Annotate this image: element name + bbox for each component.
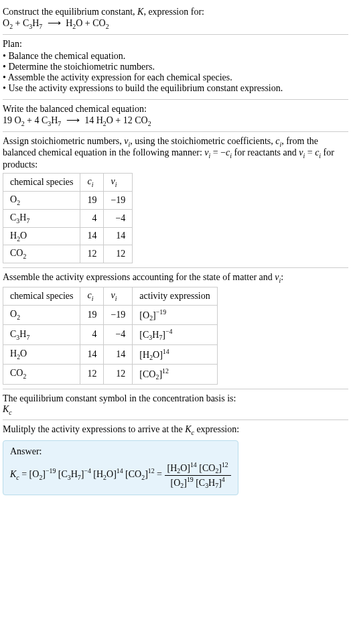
cell-c: 19 [80,305,104,324]
intro-line1b: , expression for: [143,7,204,17]
bal-14h: 14 H [84,115,103,125]
activity-text: Assemble the activity expressions accoun… [3,272,283,282]
answer-box: Answer: Kc = [O2]−19 [C3H7]−4 [H2O]14 [C… [3,440,238,495]
table-row: CO2 12 12 [3,245,133,263]
cell-species: O2 [3,305,80,324]
arrow-icon: ⟶ [45,18,64,28]
plan-section: Plan: Balance the chemical equation. Det… [3,35,348,100]
intro-rhs-o: O + CO [76,18,105,28]
cell-nu: −4 [104,325,133,344]
intro-o2: O [3,18,9,28]
kc-symbol-section: The equilibrium constant symbol in the c… [3,389,348,421]
plan-item: Assemble the activity expression for eac… [3,72,348,83]
intro-k: K [137,7,143,17]
bal-co2-sub: 2 [148,120,151,127]
cell-species: H2O [3,344,80,364]
intro-equation: O2 + C3H7 ⟶ H2O + CO2 [3,18,109,28]
bal-plus4: + 4 C [25,115,48,125]
cell-activity: [O2]−19 [133,305,217,324]
activity-section: Assemble the activity expressions accoun… [3,268,348,389]
activity-table: chemical species ci νi activity expressi… [3,287,218,385]
cell-species: O2 [3,191,80,209]
multiply-section: Mulitply the activity expressions to arr… [3,420,348,499]
col-c: ci [80,287,104,305]
cell-species: CO2 [3,245,80,263]
stoich-t4: for reactants and [232,147,299,157]
balanced-section: Write the balanced chemical equation: 19… [3,100,348,132]
stoich-t1: Assign stoichiometric numbers, [3,136,124,146]
plan-item: Determine the stoichiometric numbers. [3,62,348,72]
plan-title: Plan: [3,39,22,49]
kc-text: The equilibrium constant symbol in the c… [3,393,236,403]
cell-activity: [C3H7]−4 [133,325,217,344]
answer-fraction: [H2O]14 [CO2]12 [O2]19 [C3H7]4 [165,461,231,489]
plan-item: Use the activity expressions to build th… [3,83,348,94]
table-row: C3H7 4 −4 [3,209,133,227]
cell-c: 19 [80,191,104,209]
table-header-row: chemical species ci νi [3,174,133,192]
act-t2: : [281,272,283,282]
col-nu: νi [104,174,133,192]
table-row: H2O 14 14 [3,227,133,245]
arrow-icon: ⟶ [64,115,82,125]
bal-h: H [51,115,58,125]
cell-c: 14 [80,344,104,364]
table-row: O2 19 −19 [O2]−19 [3,305,218,324]
kc-symbol: Kc [3,404,12,414]
table-row: O2 19 −19 [3,191,133,209]
multiply-text: Mulitply the activity expressions to arr… [3,424,239,434]
stoich-text: Assign stoichiometric numbers, νi, using… [3,136,334,170]
cell-nu: 12 [104,245,133,263]
intro-line1: Construct the equilibrium constant, [3,7,137,17]
col-species: chemical species [3,174,80,192]
intro-section: Construct the equilibrium constant, K, e… [3,3,348,35]
cell-nu: 12 [104,365,133,384]
stoich-table: chemical species ci νi O2 19 −19 C3H7 4 … [3,173,133,263]
plan-list: Balance the chemical equation. Determine… [3,51,348,94]
bal-oplus12: O + 12 CO [107,115,148,125]
cell-activity: [CO2]12 [133,365,217,384]
cell-nu: 14 [104,344,133,364]
intro-h7: 7 [39,23,42,30]
fraction-denominator: [O2]19 [C3H7]4 [165,476,231,489]
table-row: H2O 14 14 [H2O]14 [3,344,218,364]
cell-species: H2O [3,227,80,245]
col-c: ci [80,174,104,192]
intro-rhs-co2: 2 [106,23,109,30]
cell-c: 14 [80,227,104,245]
stoich-eq1: = − [210,147,226,157]
cell-c: 4 [80,209,104,227]
balanced-title: Write the balanced chemical equation: [3,104,147,114]
cell-c: 12 [80,365,104,384]
cell-c: 12 [80,245,104,263]
balanced-equation: 19 O2 + 4 C3H7 ⟶ 14 H2O + 12 CO2 [3,115,151,125]
cell-species: CO2 [3,365,80,384]
cell-activity: [H2O]14 [133,344,217,364]
plan-item: Balance the chemical equation. [3,51,348,62]
cell-species: C3H7 [3,325,80,344]
cell-nu: −19 [104,305,133,324]
col-species: chemical species [3,287,80,305]
cell-c: 4 [80,325,104,344]
act-t1: Assemble the activity expressions accoun… [3,272,275,282]
intro-h: H [32,18,39,28]
intro-plus: + C [13,18,29,28]
bal-19o: 19 O [3,115,21,125]
bal-h7-sub: 7 [58,120,61,127]
answer-equation: Kc = [O2]−19 [C3H7]−4 [H2O]14 [CO2]12 = … [10,469,231,479]
fraction-numerator: [H2O]14 [CO2]12 [165,461,231,475]
col-activity: activity expression [133,287,217,305]
col-nu: νi [104,287,133,305]
cell-nu: −4 [104,209,133,227]
cell-nu: 14 [104,227,133,245]
intro-rhs-h: H [66,18,72,28]
stoich-t2: , using the stoichiometric coefficients, [130,136,275,146]
cell-nu: −19 [104,191,133,209]
stoich-eq2: = [305,147,315,157]
table-header-row: chemical species ci νi activity expressi… [3,287,218,305]
table-row: CO2 12 12 [CO2]12 [3,365,218,384]
cell-species: C3H7 [3,209,80,227]
stoich-section: Assign stoichiometric numbers, νi, using… [3,132,348,269]
answer-label: Answer: [10,446,231,457]
intro-text: Construct the equilibrium constant, K, e… [3,7,204,17]
